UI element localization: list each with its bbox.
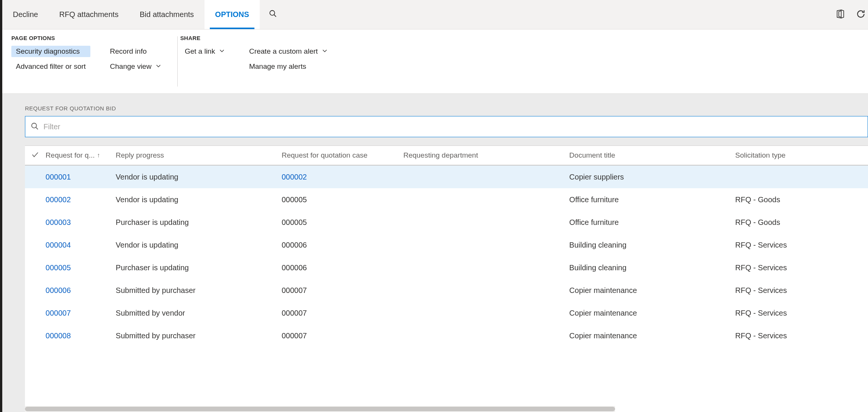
cell-document-title[interactable]: Building cleaning xyxy=(569,241,735,249)
ribbon-item-change-view[interactable]: Change view xyxy=(105,61,166,72)
cell-solicitation-type[interactable]: RFQ - Goods xyxy=(735,218,868,227)
cell-solicitation-type[interactable]: RFQ - Services xyxy=(735,241,868,249)
cell-rfq-case[interactable]: 000005 xyxy=(282,195,403,204)
cell-document-title[interactable]: Office furniture xyxy=(569,218,735,227)
search-icon xyxy=(269,9,277,20)
cell-document-title[interactable]: Copier maintenance xyxy=(569,309,735,318)
cell-request-for-quotation[interactable]: 000004 xyxy=(46,241,116,249)
cell-rfq-case[interactable]: 000007 xyxy=(282,331,403,340)
tab-bid-attachments[interactable]: Bid attachments xyxy=(129,0,204,29)
tab-search[interactable] xyxy=(260,0,286,29)
form-caption: REQUEST FOR QUOTATION BID xyxy=(2,94,868,116)
content-area: REQUEST FOR QUOTATION BID Request for q.… xyxy=(2,94,868,412)
column-header-label: Reply progress xyxy=(116,151,164,160)
table-row[interactable]: 000004Vendor is updating000006Building c… xyxy=(25,234,868,256)
ribbon-group-title-share: SHARE xyxy=(180,35,332,41)
ribbon-item-label: Get a link xyxy=(185,47,215,56)
ribbon-group-page-options: PAGE OPTIONS Security diagnostics Advanc… xyxy=(8,35,177,88)
cell-rfq-case[interactable]: 000002 xyxy=(282,173,403,181)
cell-document-title[interactable]: Copier suppliers xyxy=(569,173,735,181)
grid-body[interactable]: 000001Vendor is updating000002Copier sup… xyxy=(25,166,868,412)
cell-request-for-quotation[interactable]: 000007 xyxy=(46,309,116,318)
ribbon-item-record-info[interactable]: Record info xyxy=(105,46,166,57)
tab-rfq-attachments[interactable]: RFQ attachments xyxy=(49,0,129,29)
tab-options[interactable]: OPTIONS xyxy=(205,0,260,29)
chevron-down-icon xyxy=(155,62,161,71)
ribbon-item-create-custom-alert[interactable]: Create a custom alert xyxy=(245,46,332,57)
cell-rfq-case[interactable]: 000007 xyxy=(282,309,403,318)
sort-ascending-icon: ↑ xyxy=(97,152,100,159)
column-header-solicitation-type[interactable]: Solicitation type xyxy=(735,151,868,160)
cell-request-for-quotation[interactable]: 000002 xyxy=(46,195,116,204)
cell-reply-progress[interactable]: Submitted by purchaser xyxy=(116,286,282,295)
table-row[interactable]: 000002Vendor is updating000005Office fur… xyxy=(25,188,868,211)
cell-solicitation-type[interactable]: RFQ - Services xyxy=(735,331,868,340)
grid-header-row: Request for q... ↑ Reply progress Reques… xyxy=(25,146,868,166)
cell-solicitation-type[interactable]: RFQ - Goods xyxy=(735,195,868,204)
search-icon xyxy=(31,122,43,132)
ribbon-group-share: SHARE Get a link Create a custom alert xyxy=(177,35,344,88)
cell-solicitation-type[interactable]: RFQ - Services xyxy=(735,309,868,318)
horizontal-scrollbar[interactable] xyxy=(25,406,615,412)
cell-request-for-quotation[interactable]: 000005 xyxy=(46,263,116,272)
cell-document-title[interactable]: Office furniture xyxy=(569,195,735,204)
cell-document-title[interactable]: Copier maintenance xyxy=(569,286,735,295)
ribbon-options: PAGE OPTIONS Security diagnostics Advanc… xyxy=(2,29,868,94)
cell-rfq-case[interactable]: 000005 xyxy=(282,218,403,227)
cell-reply-progress[interactable]: Purchaser is updating xyxy=(116,218,282,227)
column-header-reply-progress[interactable]: Reply progress xyxy=(116,151,282,160)
ribbon-item-get-a-link[interactable]: Get a link xyxy=(180,46,229,57)
column-header-label: Request for quotation case xyxy=(282,151,367,160)
table-row[interactable]: 000003Purchaser is updating000005Office … xyxy=(25,211,868,234)
ribbon-item-security-diagnostics[interactable]: Security diagnostics xyxy=(11,46,90,57)
chevron-down-icon xyxy=(219,47,225,56)
office-icon[interactable] xyxy=(835,9,845,20)
svg-line-3 xyxy=(36,127,38,129)
cell-document-title[interactable]: Building cleaning xyxy=(569,263,735,272)
ribbon-item-label: Change view xyxy=(110,62,152,71)
table-row[interactable]: 000007Submitted by vendor000007Copier ma… xyxy=(25,302,868,324)
quick-filter-input[interactable] xyxy=(43,122,862,132)
column-header-label: Request for q... xyxy=(46,151,95,160)
cell-reply-progress[interactable]: Submitted by vendor xyxy=(116,309,282,318)
cell-solicitation-type[interactable]: RFQ - Services xyxy=(735,286,868,295)
grid-rfq-bids: Request for q... ↑ Reply progress Reques… xyxy=(25,146,868,412)
action-pane-tabs: Decline RFQ attachments Bid attachments … xyxy=(2,0,868,29)
table-row[interactable]: 000008Submitted by purchaser000007Copier… xyxy=(25,324,868,347)
column-header-requesting-department[interactable]: Requesting department xyxy=(403,151,569,160)
tab-decline[interactable]: Decline xyxy=(2,0,49,29)
svg-point-0 xyxy=(270,11,275,15)
cell-request-for-quotation[interactable]: 000001 xyxy=(46,173,116,181)
column-header-request-for-quotation[interactable]: Request for q... ↑ xyxy=(46,151,116,160)
cell-request-for-quotation[interactable]: 000006 xyxy=(46,286,116,295)
table-row[interactable]: 000005Purchaser is updating000006Buildin… xyxy=(25,256,868,279)
refresh-icon[interactable] xyxy=(856,9,866,20)
cell-reply-progress[interactable]: Vendor is updating xyxy=(116,173,282,181)
column-header-label: Requesting department xyxy=(403,151,478,160)
table-row[interactable]: 000006Submitted by purchaser000007Copier… xyxy=(25,279,868,302)
column-header-label: Solicitation type xyxy=(735,151,786,160)
ribbon-item-manage-my-alerts[interactable]: Manage my alerts xyxy=(245,61,332,72)
cell-reply-progress[interactable]: Submitted by purchaser xyxy=(116,331,282,340)
ribbon-group-title-page-options: PAGE OPTIONS xyxy=(11,35,166,41)
ribbon-item-advanced-filter[interactable]: Advanced filter or sort xyxy=(11,61,90,72)
svg-line-1 xyxy=(274,15,276,17)
column-header-rfq-case[interactable]: Request for quotation case xyxy=(282,151,403,160)
cell-request-for-quotation[interactable]: 000003 xyxy=(46,218,116,227)
cell-reply-progress[interactable]: Purchaser is updating xyxy=(116,263,282,272)
cell-reply-progress[interactable]: Vendor is updating xyxy=(116,241,282,249)
table-row[interactable]: 000001Vendor is updating000002Copier sup… xyxy=(25,166,868,188)
cell-rfq-case[interactable]: 000007 xyxy=(282,286,403,295)
column-header-select[interactable] xyxy=(25,150,46,161)
cell-rfq-case[interactable]: 000006 xyxy=(282,263,403,272)
ribbon-item-label: Create a custom alert xyxy=(249,47,318,56)
chevron-down-icon xyxy=(322,47,328,56)
cell-rfq-case[interactable]: 000006 xyxy=(282,241,403,249)
cell-request-for-quotation[interactable]: 000008 xyxy=(46,331,116,340)
cell-document-title[interactable]: Copier maintenance xyxy=(569,331,735,340)
cell-reply-progress[interactable]: Vendor is updating xyxy=(116,195,282,204)
cell-solicitation-type[interactable]: RFQ - Services xyxy=(735,263,868,272)
column-header-document-title[interactable]: Document title xyxy=(569,151,735,160)
quick-filter[interactable] xyxy=(25,116,868,137)
column-header-label: Document title xyxy=(569,151,615,160)
